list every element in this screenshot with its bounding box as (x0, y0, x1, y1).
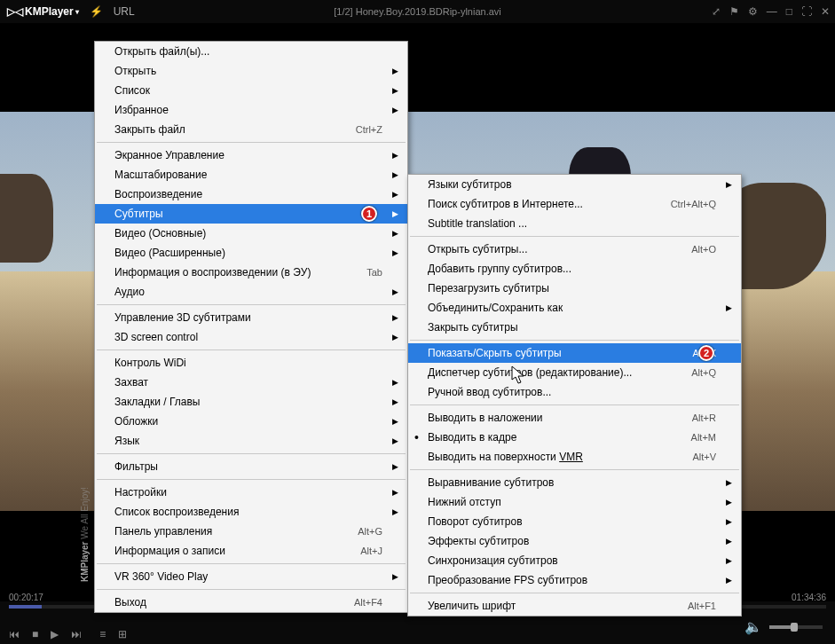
main-menu-item-12[interactable]: Информация о воспроизведении (в ЭУ)Tab (95, 263, 407, 282)
menu-item-label: Экранное Управление (114, 149, 225, 161)
menu-separator (97, 479, 406, 480)
sub-menu-item-2[interactable]: Subtitle translation ... (408, 214, 741, 233)
sub-menu-item-22[interactable]: Синхронизация субтитров▶ (408, 551, 741, 570)
main-menu-item-13[interactable]: Аудио▶ (95, 282, 407, 302)
main-menu-item-11[interactable]: Видео (Расширенные)▶ (95, 243, 407, 263)
sub-menu-item-25[interactable]: Увеличить шрифтAlt+F1 (408, 596, 741, 616)
settings-icon[interactable]: ⚙ (748, 5, 758, 18)
menu-item-label: Языки субтитров (428, 178, 512, 191)
mute-icon[interactable]: 🔈 (744, 618, 762, 635)
sub-menu-item-12[interactable]: Ручной ввод субтитров... (408, 382, 741, 402)
sub-menu-item-16[interactable]: Выводить на поверхности VMRAlt+V (408, 447, 741, 467)
main-menu-item-18[interactable]: Контроль WiDi (95, 353, 407, 373)
submenu-arrow-icon: ▶ (392, 378, 398, 387)
main-menu-item-21[interactable]: Обложки▶ (95, 412, 407, 431)
submenu-arrow-icon: ▶ (392, 67, 398, 75)
prev-icon[interactable]: ⏮ (9, 628, 20, 640)
sub-menu-item-15[interactable]: •Выводить в кадреAlt+M (408, 428, 741, 447)
main-menu-item-4[interactable]: Закрыть файлCtrl+Z (95, 120, 407, 139)
menu-item-shortcut: Tab (349, 267, 382, 278)
submenu-arrow-icon: ▶ (392, 436, 398, 445)
menu-item-label: Закладки / Главы (114, 396, 200, 408)
main-menu-item-31[interactable]: VR 360° Video Play▶ (95, 567, 407, 586)
menu-separator (97, 304, 406, 305)
main-menu-item-16[interactable]: 3D screen control▶ (95, 327, 407, 347)
menu-separator (410, 340, 739, 341)
main-menu-item-3[interactable]: Избранное▶ (95, 100, 407, 120)
submenu-arrow-icon: ▶ (726, 537, 732, 546)
pin-icon[interactable]: ⤢ (712, 5, 721, 18)
side-watermark: KMPlayer We All Enjoy! (80, 487, 90, 582)
bolt-icon[interactable]: ⚡ (90, 5, 103, 18)
sub-menu-item-6[interactable]: Перезагрузить субтитры (408, 279, 741, 298)
sub-menu-item-14[interactable]: Выводить в наложенииAlt+R (408, 408, 741, 428)
main-menu-item-22[interactable]: Язык▶ (95, 431, 407, 451)
main-menu-item-15[interactable]: Управление 3D субтитрами▶ (95, 308, 407, 327)
sub-menu-item-21[interactable]: Эффекты субтитров▶ (408, 531, 741, 551)
sub-menu-item-10[interactable]: Показать/Скрыть субтитрыAlt+X2 (408, 343, 741, 363)
media-icon[interactable]: ⊞ (118, 628, 127, 640)
main-menu-item-9[interactable]: Субтитры▶1 (95, 204, 407, 224)
main-menu-item-27[interactable]: Список воспроизведения▶ (95, 502, 407, 522)
url-button[interactable]: URL (114, 5, 135, 18)
submenu-arrow-icon: ▶ (392, 462, 398, 471)
sub-menu-item-11[interactable]: Диспетчер субтитров (редактирование)...A… (408, 363, 741, 382)
maximize-icon[interactable]: □ (786, 5, 792, 18)
main-menu-item-19[interactable]: Захват▶ (95, 373, 407, 392)
next-icon[interactable]: ⏭ (71, 628, 82, 640)
flag-icon[interactable]: ⚑ (729, 5, 739, 18)
stop-icon[interactable]: ■ (32, 628, 38, 640)
menu-item-label: Контроль WiDi (114, 357, 186, 369)
menu-separator (97, 142, 406, 143)
sub-menu-item-7[interactable]: Объединить/Сохранить как▶ (408, 298, 741, 318)
submenu-arrow-icon: ▶ (726, 517, 732, 526)
sub-menu-item-1[interactable]: Поиск субтитров в Интернете...Ctrl+Alt+Q (408, 194, 741, 214)
menu-item-shortcut: Alt+O (674, 244, 716, 255)
submenu-arrow-icon: ▶ (392, 106, 398, 114)
sub-menu-item-20[interactable]: Поворот субтитров▶ (408, 512, 741, 531)
menu-item-label: Фильтры (114, 460, 158, 473)
play-icon[interactable]: ▶ (51, 628, 59, 640)
volume-slider[interactable] (769, 625, 823, 629)
close-icon[interactable]: ✕ (821, 5, 830, 18)
main-menu-item-26[interactable]: Настройки▶ (95, 483, 407, 502)
time-current: 00:20:17 (9, 593, 43, 602)
app-logo[interactable]: ▷◁ KMPlayer ▾ (7, 5, 79, 18)
main-menu-item-10[interactable]: Видео (Основные)▶ (95, 224, 407, 243)
sub-menu-item-4[interactable]: Открыть субтитры...Alt+O (408, 240, 741, 259)
main-menu-item-29[interactable]: Информация о записиAlt+J (95, 541, 407, 561)
playlist-icon[interactable]: ≡ (99, 628, 106, 640)
main-menu-item-8[interactable]: Воспроизведение▶ (95, 185, 407, 204)
submenu-arrow-icon: ▶ (392, 333, 398, 342)
main-menu-item-6[interactable]: Экранное Управление▶ (95, 145, 407, 165)
main-menu-item-28[interactable]: Панель управленияAlt+G (95, 522, 407, 541)
submenu-arrow-icon: ▶ (392, 209, 398, 218)
sub-menu-item-18[interactable]: Выравнивание субтитров▶ (408, 473, 741, 492)
main-menu-item-20[interactable]: Закладки / Главы▶ (95, 392, 407, 412)
menu-item-label: Видео (Основные) (114, 227, 206, 240)
submenu-arrow-icon: ▶ (392, 313, 398, 322)
menu-item-label: Открыть (114, 65, 156, 77)
sub-menu-item-19[interactable]: Нижний отступ▶ (408, 492, 741, 512)
main-menu-item-2[interactable]: Список▶ (95, 81, 407, 100)
main-menu-item-24[interactable]: Фильтры▶ (95, 457, 407, 476)
menu-separator (410, 404, 739, 405)
main-menu-item-0[interactable]: Открыть файл(ы)... (95, 42, 407, 61)
menu-item-label: Обложки (114, 415, 158, 428)
sub-menu-item-5[interactable]: Добавить группу субтитров... (408, 259, 741, 279)
fullscreen-icon[interactable]: ⛶ (801, 5, 812, 18)
menu-item-shortcut: Ctrl+Z (338, 124, 382, 135)
context-menu-subtitles: Языки субтитров▶Поиск субтитров в Интерн… (407, 174, 742, 617)
main-menu-item-7[interactable]: Масштабирование▶ (95, 165, 407, 185)
main-menu-item-33[interactable]: ВыходAlt+F4 (95, 593, 407, 612)
sub-menu-item-0[interactable]: Языки субтитров▶ (408, 175, 741, 194)
submenu-arrow-icon: ▶ (392, 417, 398, 426)
minimize-icon[interactable]: — (767, 5, 777, 18)
sub-menu-item-8[interactable]: Закрыть субтитры (408, 318, 741, 337)
submenu-arrow-icon: ▶ (392, 287, 398, 296)
menu-item-label: Аудио (114, 286, 145, 298)
main-menu-item-1[interactable]: Открыть▶ (95, 61, 407, 81)
menu-item-label: Воспроизведение (114, 188, 202, 200)
menu-item-label: Добавить группу субтитров... (428, 263, 571, 275)
sub-menu-item-23[interactable]: Преобразование FPS субтитров▶ (408, 570, 741, 590)
